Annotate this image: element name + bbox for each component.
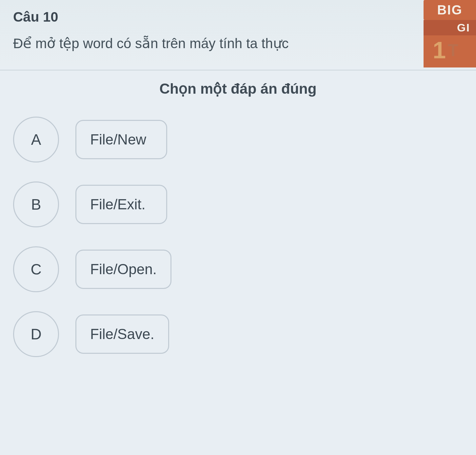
badge-suffix: T	[448, 40, 458, 60]
badge-number: 1	[433, 37, 446, 64]
option-text-c[interactable]: File/Open.	[75, 250, 171, 289]
question-text: Để mở tệp word có sẵn trên máy tính ta t…	[13, 34, 463, 53]
question-header: Câu 10 Để mở tệp word có sẵn trên máy tí…	[0, 0, 476, 66]
options-container: A File/New B File/Exit. C File/Open. D F…	[0, 117, 476, 357]
option-row-a: A File/New	[13, 117, 463, 162]
option-letter-b[interactable]: B	[13, 181, 59, 227]
option-text-b[interactable]: File/Exit.	[75, 185, 167, 224]
option-row-d: D File/Save.	[13, 311, 463, 357]
option-row-c: C File/Open.	[13, 246, 463, 292]
instruction-text: Chọn một đáp án đúng	[0, 70, 476, 117]
option-text-a[interactable]: File/New	[75, 120, 167, 159]
badge-line2: GI	[424, 20, 476, 35]
option-letter-d[interactable]: D	[13, 311, 59, 357]
option-text-d[interactable]: File/Save.	[75, 314, 169, 354]
option-letter-a[interactable]: A	[13, 117, 59, 162]
promo-badge: BIG GI 1 T	[424, 0, 476, 66]
question-number: Câu 10	[13, 9, 463, 25]
badge-bottom: 1 T	[424, 35, 476, 67]
option-letter-c[interactable]: C	[13, 246, 59, 292]
option-row-b: B File/Exit.	[13, 181, 463, 227]
badge-line1: BIG	[424, 0, 476, 20]
